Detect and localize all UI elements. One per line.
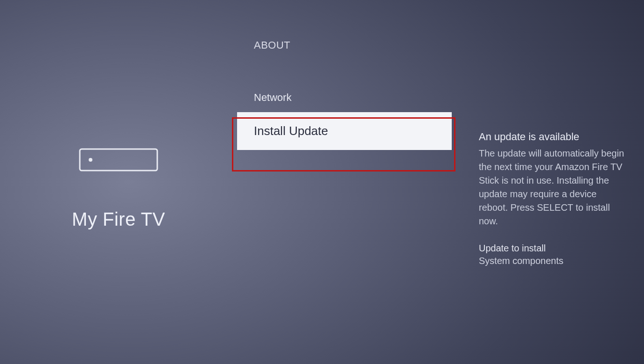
svg-point-1 — [89, 158, 92, 162]
left-pane: My Fire TV — [0, 0, 237, 364]
info-body: The update will automatically begin the … — [479, 147, 625, 228]
page-title: My Fire TV — [72, 209, 165, 230]
info-sub-value: System components — [479, 256, 625, 266]
section-header-about: ABOUT — [237, 39, 452, 51]
menu-pane: ABOUT Network Install Update — [237, 0, 452, 364]
info-sub-title: Update to install — [479, 243, 625, 254]
settings-screen: My Fire TV ABOUT Network Install Update … — [0, 0, 644, 364]
menu-item-network[interactable]: Network — [237, 83, 452, 112]
info-pane: An update is available The update will a… — [452, 0, 644, 364]
menu-item-install-update[interactable]: Install Update — [237, 112, 452, 150]
fire-tv-stick-icon — [79, 148, 158, 171]
info-title: An update is available — [479, 131, 625, 143]
info-sub: Update to install System components — [479, 243, 625, 266]
